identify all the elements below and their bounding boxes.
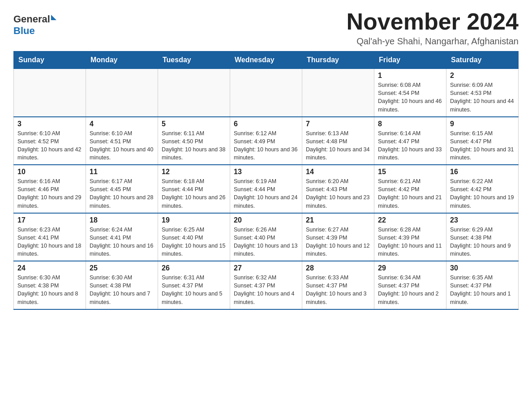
calendar-cell: 1Sunrise: 6:08 AM Sunset: 4:54 PM Daylig… [374,69,446,117]
day-info: Sunrise: 6:20 AM Sunset: 4:43 PM Dayligh… [306,177,370,210]
calendar-header-saturday: Saturday [446,51,519,69]
logo: General Blue [13,13,56,37]
day-number: 26 [162,264,226,272]
day-info: Sunrise: 6:34 AM Sunset: 4:37 PM Dayligh… [378,274,442,306]
calendar-table: SundayMondayTuesdayWednesdayThursdayFrid… [13,51,519,310]
day-info: Sunrise: 6:15 AM Sunset: 4:47 PM Dayligh… [450,129,515,162]
day-info: Sunrise: 6:11 AM Sunset: 4:50 PM Dayligh… [162,129,226,162]
day-info: Sunrise: 6:23 AM Sunset: 4:41 PM Dayligh… [17,226,82,258]
calendar-cell: 24Sunrise: 6:30 AM Sunset: 4:38 PM Dayli… [14,261,86,309]
day-info: Sunrise: 6:31 AM Sunset: 4:37 PM Dayligh… [162,274,226,306]
calendar-cell: 15Sunrise: 6:21 AM Sunset: 4:42 PM Dayli… [374,165,446,213]
day-info: Sunrise: 6:17 AM Sunset: 4:45 PM Dayligh… [90,177,154,210]
day-number: 6 [234,120,298,128]
calendar-cell: 6Sunrise: 6:12 AM Sunset: 4:49 PM Daylig… [230,117,302,165]
calendar-cell [302,69,374,117]
location-subtitle: Qal'ah-ye Shahi, Nangarhar, Afghanistan [347,36,519,47]
day-number: 8 [378,120,442,128]
calendar-cell: 11Sunrise: 6:17 AM Sunset: 4:45 PM Dayli… [86,165,158,213]
calendar-week-row: 17Sunrise: 6:23 AM Sunset: 4:41 PM Dayli… [14,213,519,261]
calendar-header-thursday: Thursday [302,51,374,69]
calendar-cell: 19Sunrise: 6:25 AM Sunset: 4:40 PM Dayli… [158,213,230,261]
calendar-header-row: SundayMondayTuesdayWednesdayThursdayFrid… [14,51,519,69]
calendar-cell [14,69,86,117]
calendar-header-monday: Monday [86,51,158,69]
day-number: 28 [306,264,370,272]
calendar-cell: 28Sunrise: 6:33 AM Sunset: 4:37 PM Dayli… [302,261,374,309]
calendar-cell: 27Sunrise: 6:32 AM Sunset: 4:37 PM Dayli… [230,261,302,309]
month-title: November 2024 [347,9,519,34]
calendar-week-row: 24Sunrise: 6:30 AM Sunset: 4:38 PM Dayli… [14,261,519,309]
calendar-cell: 18Sunrise: 6:24 AM Sunset: 4:41 PM Dayli… [86,213,158,261]
day-info: Sunrise: 6:33 AM Sunset: 4:37 PM Dayligh… [306,274,370,306]
day-number: 23 [450,216,515,224]
day-number: 15 [378,168,442,176]
calendar-week-row: 1Sunrise: 6:08 AM Sunset: 4:54 PM Daylig… [14,69,519,117]
calendar-cell: 5Sunrise: 6:11 AM Sunset: 4:50 PM Daylig… [158,117,230,165]
day-info: Sunrise: 6:13 AM Sunset: 4:48 PM Dayligh… [306,129,370,162]
calendar-week-row: 3Sunrise: 6:10 AM Sunset: 4:52 PM Daylig… [14,117,519,165]
day-info: Sunrise: 6:32 AM Sunset: 4:37 PM Dayligh… [234,274,298,306]
calendar-cell: 3Sunrise: 6:10 AM Sunset: 4:52 PM Daylig… [14,117,86,165]
day-number: 30 [450,264,515,272]
day-info: Sunrise: 6:18 AM Sunset: 4:44 PM Dayligh… [162,177,226,210]
day-info: Sunrise: 6:24 AM Sunset: 4:41 PM Dayligh… [90,226,154,258]
day-number: 17 [17,216,82,224]
day-info: Sunrise: 6:10 AM Sunset: 4:52 PM Dayligh… [17,129,82,162]
calendar-cell: 17Sunrise: 6:23 AM Sunset: 4:41 PM Dayli… [14,213,86,261]
day-info: Sunrise: 6:19 AM Sunset: 4:44 PM Dayligh… [234,177,298,210]
calendar-cell [158,69,230,117]
day-info: Sunrise: 6:35 AM Sunset: 4:37 PM Dayligh… [450,274,515,306]
calendar-cell: 14Sunrise: 6:20 AM Sunset: 4:43 PM Dayli… [302,165,374,213]
calendar-header-friday: Friday [374,51,446,69]
day-number: 5 [162,120,226,128]
day-number: 14 [306,168,370,176]
calendar-cell: 29Sunrise: 6:34 AM Sunset: 4:37 PM Dayli… [374,261,446,309]
day-number: 9 [450,120,515,128]
calendar-cell: 21Sunrise: 6:27 AM Sunset: 4:39 PM Dayli… [302,213,374,261]
day-number: 13 [234,168,298,176]
day-info: Sunrise: 6:08 AM Sunset: 4:54 PM Dayligh… [378,81,442,114]
calendar-header-wednesday: Wednesday [230,51,302,69]
day-number: 2 [450,72,515,80]
day-number: 24 [17,264,82,272]
day-info: Sunrise: 6:29 AM Sunset: 4:38 PM Dayligh… [450,226,515,258]
calendar-cell: 30Sunrise: 6:35 AM Sunset: 4:37 PM Dayli… [446,261,519,309]
day-info: Sunrise: 6:30 AM Sunset: 4:38 PM Dayligh… [90,274,154,306]
calendar-cell: 10Sunrise: 6:16 AM Sunset: 4:46 PM Dayli… [14,165,86,213]
day-info: Sunrise: 6:30 AM Sunset: 4:38 PM Dayligh… [17,274,82,306]
day-info: Sunrise: 6:27 AM Sunset: 4:39 PM Dayligh… [306,226,370,258]
day-number: 29 [378,264,442,272]
logo-blue: Blue [13,25,56,37]
day-info: Sunrise: 6:10 AM Sunset: 4:51 PM Dayligh… [90,129,154,162]
day-number: 22 [378,216,442,224]
calendar-week-row: 10Sunrise: 6:16 AM Sunset: 4:46 PM Dayli… [14,165,519,213]
calendar-header-tuesday: Tuesday [158,51,230,69]
logo-general: General [13,13,50,25]
day-number: 1 [378,72,442,80]
calendar-cell: 4Sunrise: 6:10 AM Sunset: 4:51 PM Daylig… [86,117,158,165]
calendar-cell: 22Sunrise: 6:28 AM Sunset: 4:39 PM Dayli… [374,213,446,261]
day-number: 27 [234,264,298,272]
day-number: 19 [162,216,226,224]
day-info: Sunrise: 6:16 AM Sunset: 4:46 PM Dayligh… [17,177,82,210]
calendar-cell: 23Sunrise: 6:29 AM Sunset: 4:38 PM Dayli… [446,213,519,261]
calendar-cell [230,69,302,117]
day-number: 3 [17,120,82,128]
day-info: Sunrise: 6:25 AM Sunset: 4:40 PM Dayligh… [162,226,226,258]
calendar-cell: 25Sunrise: 6:30 AM Sunset: 4:38 PM Dayli… [86,261,158,309]
calendar-cell: 26Sunrise: 6:31 AM Sunset: 4:37 PM Dayli… [158,261,230,309]
calendar-cell: 8Sunrise: 6:14 AM Sunset: 4:47 PM Daylig… [374,117,446,165]
day-info: Sunrise: 6:26 AM Sunset: 4:40 PM Dayligh… [234,226,298,258]
calendar-cell: 12Sunrise: 6:18 AM Sunset: 4:44 PM Dayli… [158,165,230,213]
day-info: Sunrise: 6:14 AM Sunset: 4:47 PM Dayligh… [378,129,442,162]
header: General Blue November 2024 Qal'ah-ye Sha… [13,9,519,47]
day-number: 18 [90,216,154,224]
day-number: 20 [234,216,298,224]
calendar-cell: 2Sunrise: 6:09 AM Sunset: 4:53 PM Daylig… [446,69,519,117]
day-number: 4 [90,120,154,128]
calendar-cell: 16Sunrise: 6:22 AM Sunset: 4:42 PM Dayli… [446,165,519,213]
day-info: Sunrise: 6:09 AM Sunset: 4:53 PM Dayligh… [450,81,515,114]
logo-triangle-icon [51,15,56,20]
calendar-header-sunday: Sunday [14,51,86,69]
